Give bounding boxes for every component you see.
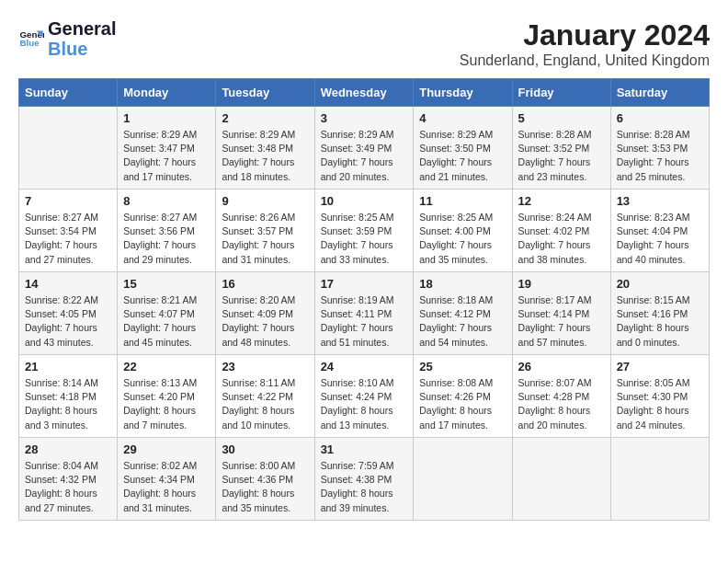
calendar-cell: 28Sunrise: 8:04 AM Sunset: 4:32 PM Dayli… (19, 438, 118, 521)
day-number: 24 (321, 360, 408, 373)
day-info: Sunrise: 7:59 AM Sunset: 4:38 PM Dayligh… (321, 459, 408, 515)
day-number: 13 (617, 194, 703, 208)
calendar-cell: 17Sunrise: 8:19 AM Sunset: 4:11 PM Dayli… (314, 272, 414, 355)
logo-icon: General Blue (18, 26, 44, 52)
day-number: 30 (222, 442, 308, 456)
calendar-cell (512, 438, 610, 521)
calendar-cell: 7Sunrise: 8:27 AM Sunset: 3:54 PM Daylig… (19, 190, 118, 272)
weekday-header-friday: Friday (512, 79, 610, 107)
calendar-cell: 21Sunrise: 8:14 AM Sunset: 4:18 PM Dayli… (19, 355, 118, 438)
day-number: 29 (123, 442, 210, 456)
day-number: 2 (222, 111, 308, 125)
day-info: Sunrise: 8:21 AM Sunset: 4:07 PM Dayligh… (123, 293, 210, 350)
calendar-week-3: 14Sunrise: 8:22 AM Sunset: 4:05 PM Dayli… (19, 272, 710, 355)
calendar-table: SundayMondayTuesdayWednesdayThursdayFrid… (18, 78, 710, 521)
day-info: Sunrise: 8:17 AM Sunset: 4:14 PM Dayligh… (518, 293, 605, 350)
day-info: Sunrise: 8:24 AM Sunset: 4:02 PM Dayligh… (518, 211, 605, 267)
calendar-cell: 10Sunrise: 8:25 AM Sunset: 3:59 PM Dayli… (314, 190, 414, 272)
day-number: 12 (518, 194, 605, 208)
day-info: Sunrise: 8:18 AM Sunset: 4:12 PM Dayligh… (419, 293, 506, 350)
day-number: 5 (518, 111, 605, 125)
day-number: 20 (617, 277, 703, 291)
calendar-body: 1Sunrise: 8:29 AM Sunset: 3:47 PM Daylig… (19, 107, 710, 521)
day-info: Sunrise: 8:28 AM Sunset: 3:52 PM Dayligh… (518, 128, 605, 184)
title-block: January 2024 Sunderland, England, United… (460, 18, 710, 69)
day-info: Sunrise: 8:08 AM Sunset: 4:26 PM Dayligh… (419, 376, 506, 432)
day-info: Sunrise: 8:02 AM Sunset: 4:34 PM Dayligh… (123, 459, 210, 515)
calendar-cell (414, 438, 512, 521)
calendar-cell: 3Sunrise: 8:29 AM Sunset: 3:49 PM Daylig… (314, 107, 414, 190)
day-number: 4 (419, 111, 506, 125)
day-info: Sunrise: 8:11 AM Sunset: 4:22 PM Dayligh… (222, 376, 308, 432)
day-info: Sunrise: 8:23 AM Sunset: 4:04 PM Dayligh… (617, 211, 703, 267)
calendar-cell: 19Sunrise: 8:17 AM Sunset: 4:14 PM Dayli… (512, 272, 610, 355)
calendar-week-1: 1Sunrise: 8:29 AM Sunset: 3:47 PM Daylig… (19, 107, 710, 190)
calendar-cell: 22Sunrise: 8:13 AM Sunset: 4:20 PM Dayli… (118, 355, 216, 438)
day-info: Sunrise: 8:27 AM Sunset: 3:54 PM Dayligh… (25, 211, 111, 267)
day-number: 25 (419, 360, 506, 373)
calendar-cell: 5Sunrise: 8:28 AM Sunset: 3:52 PM Daylig… (512, 107, 610, 190)
day-number: 15 (123, 277, 210, 291)
day-info: Sunrise: 8:29 AM Sunset: 3:50 PM Dayligh… (419, 128, 506, 184)
day-number: 31 (321, 442, 408, 456)
day-number: 21 (25, 360, 111, 373)
weekday-header-sunday: Sunday (19, 79, 118, 107)
calendar-week-5: 28Sunrise: 8:04 AM Sunset: 4:32 PM Dayli… (19, 438, 710, 521)
day-number: 16 (222, 277, 308, 291)
day-info: Sunrise: 8:29 AM Sunset: 3:47 PM Dayligh… (123, 128, 210, 184)
calendar-cell: 23Sunrise: 8:11 AM Sunset: 4:22 PM Dayli… (216, 355, 314, 438)
day-number: 14 (25, 277, 111, 291)
calendar-cell: 11Sunrise: 8:25 AM Sunset: 4:00 PM Dayli… (414, 190, 512, 272)
calendar-cell: 8Sunrise: 8:27 AM Sunset: 3:56 PM Daylig… (118, 190, 216, 272)
day-number: 8 (123, 194, 210, 208)
calendar-week-2: 7Sunrise: 8:27 AM Sunset: 3:54 PM Daylig… (19, 190, 710, 272)
day-number: 17 (321, 277, 408, 291)
weekday-header-tuesday: Tuesday (216, 79, 314, 107)
day-number: 26 (518, 360, 605, 373)
calendar-cell: 27Sunrise: 8:05 AM Sunset: 4:30 PM Dayli… (610, 355, 709, 438)
weekday-header-saturday: Saturday (610, 79, 709, 107)
calendar-cell: 20Sunrise: 8:15 AM Sunset: 4:16 PM Dayli… (610, 272, 709, 355)
day-number: 22 (123, 360, 210, 373)
day-info: Sunrise: 8:29 AM Sunset: 3:48 PM Dayligh… (222, 128, 308, 184)
calendar-cell: 4Sunrise: 8:29 AM Sunset: 3:50 PM Daylig… (414, 107, 512, 190)
calendar-cell: 31Sunrise: 7:59 AM Sunset: 4:38 PM Dayli… (314, 438, 414, 521)
weekday-header-thursday: Thursday (414, 79, 512, 107)
day-number: 19 (518, 277, 605, 291)
day-number: 23 (222, 360, 308, 373)
calendar-cell: 14Sunrise: 8:22 AM Sunset: 4:05 PM Dayli… (19, 272, 118, 355)
calendar-week-4: 21Sunrise: 8:14 AM Sunset: 4:18 PM Dayli… (19, 355, 710, 438)
day-info: Sunrise: 8:25 AM Sunset: 4:00 PM Dayligh… (419, 211, 506, 267)
day-number: 3 (321, 111, 408, 125)
day-number: 6 (617, 111, 703, 125)
day-info: Sunrise: 8:28 AM Sunset: 3:53 PM Dayligh… (617, 128, 703, 184)
svg-text:Blue: Blue (19, 38, 40, 48)
day-number: 7 (25, 194, 111, 208)
day-info: Sunrise: 8:26 AM Sunset: 3:57 PM Dayligh… (222, 211, 308, 267)
day-number: 10 (321, 194, 408, 208)
weekday-header-monday: Monday (118, 79, 216, 107)
logo: General Blue General Blue (18, 18, 116, 59)
calendar-cell: 16Sunrise: 8:20 AM Sunset: 4:09 PM Dayli… (216, 272, 314, 355)
day-number: 27 (617, 360, 703, 373)
day-info: Sunrise: 8:25 AM Sunset: 3:59 PM Dayligh… (321, 211, 408, 267)
day-number: 11 (419, 194, 506, 208)
day-info: Sunrise: 8:05 AM Sunset: 4:30 PM Dayligh… (617, 376, 703, 432)
calendar-cell (19, 107, 118, 190)
logo-text-line2: Blue (48, 39, 116, 59)
day-number: 1 (123, 111, 210, 125)
day-info: Sunrise: 8:19 AM Sunset: 4:11 PM Dayligh… (321, 293, 408, 350)
calendar-cell: 18Sunrise: 8:18 AM Sunset: 4:12 PM Dayli… (414, 272, 512, 355)
day-info: Sunrise: 8:00 AM Sunset: 4:36 PM Dayligh… (222, 459, 308, 515)
day-info: Sunrise: 8:15 AM Sunset: 4:16 PM Dayligh… (617, 293, 703, 350)
calendar-cell: 1Sunrise: 8:29 AM Sunset: 3:47 PM Daylig… (118, 107, 216, 190)
calendar-cell: 9Sunrise: 8:26 AM Sunset: 3:57 PM Daylig… (216, 190, 314, 272)
day-info: Sunrise: 8:27 AM Sunset: 3:56 PM Dayligh… (123, 211, 210, 267)
page-header: General Blue General Blue January 2024 S… (18, 18, 710, 69)
day-info: Sunrise: 8:14 AM Sunset: 4:18 PM Dayligh… (25, 376, 111, 432)
calendar-cell (610, 438, 709, 521)
calendar-cell: 29Sunrise: 8:02 AM Sunset: 4:34 PM Dayli… (118, 438, 216, 521)
calendar-cell: 24Sunrise: 8:10 AM Sunset: 4:24 PM Dayli… (314, 355, 414, 438)
calendar-cell: 2Sunrise: 8:29 AM Sunset: 3:48 PM Daylig… (216, 107, 314, 190)
month-year-title: January 2024 (460, 18, 710, 52)
